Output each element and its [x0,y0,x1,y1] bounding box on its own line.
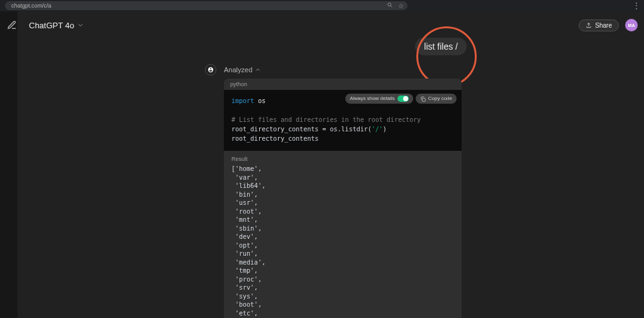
svg-line-1 [391,6,392,7]
zoom-icon[interactable] [387,2,393,9]
language-label: python [230,81,247,87]
result-output: ['home', 'var', 'lib64', 'bin', 'usr', '… [231,165,454,318]
assistant-status-row: Analyzed [205,64,261,75]
url-bar[interactable]: chatgpt.com/c/a ☆ [5,1,408,10]
code-body: Always show details Copy code import os … [224,90,462,151]
assistant-avatar-icon [205,64,216,75]
model-selector[interactable]: ChatGPT 4o [29,21,84,30]
star-icon[interactable]: ☆ [398,3,404,9]
always-show-label: Always show details [350,95,395,102]
annotation-circle [416,26,477,87]
svg-rect-3 [422,98,425,101]
user-message-text: list files / [424,41,458,52]
analyzed-toggle[interactable]: Analyzed [224,66,261,74]
conversation: list files / Analyzed python Always show… [0,31,644,318]
copy-code-button[interactable]: Copy code [416,94,457,104]
url-text: chatgpt.com/c/a [11,3,52,9]
code-card: python Always show details Copy code imp… [224,79,462,318]
svg-point-0 [388,3,391,6]
browser-menu-icon[interactable]: ⋮ [633,1,640,10]
share-button[interactable]: Share [579,19,619,31]
copy-icon [420,96,426,102]
chevron-down-icon [77,21,84,29]
copy-label: Copy code [428,95,452,102]
chevron-up-icon [255,67,261,73]
share-label: Share [595,22,612,29]
result-section: Result ['home', 'var', 'lib64', 'bin', '… [224,151,462,318]
model-name: ChatGPT 4o [29,21,74,30]
new-chat-icon[interactable] [6,19,18,31]
upload-icon [586,22,592,28]
browser-address-bar: chatgpt.com/c/a ☆ ⋮ [0,0,644,11]
avatar-initials: MA [628,23,635,28]
analyzed-text: Analyzed [224,66,252,74]
code-header: python [224,79,462,90]
user-message-bubble: list files / [415,38,467,55]
result-label: Result [231,156,454,162]
always-show-details-toggle[interactable]: Always show details [345,94,413,104]
avatar[interactable]: MA [625,19,638,31]
toggle-switch-icon [397,96,409,102]
